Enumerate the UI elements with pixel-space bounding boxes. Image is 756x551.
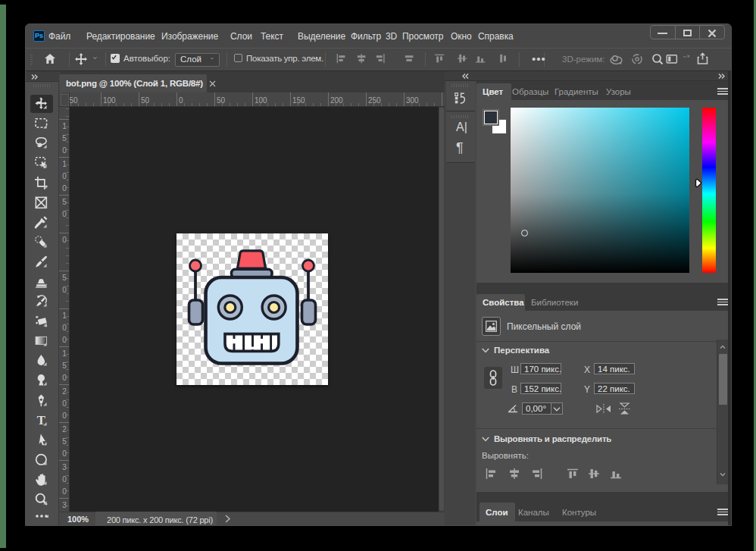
svg-text:T: T: [36, 413, 45, 427]
